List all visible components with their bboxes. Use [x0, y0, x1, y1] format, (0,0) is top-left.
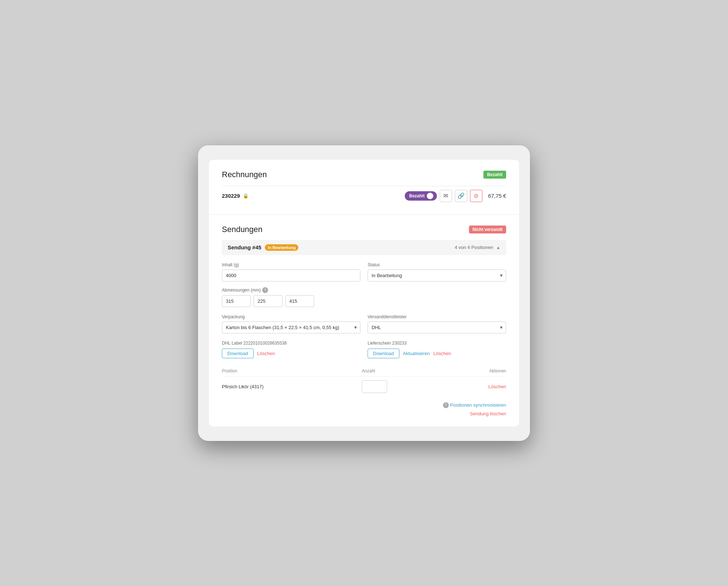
- form-grid-top: Inhalt (g) Abmessungen (mm) ?: [222, 262, 506, 307]
- anzahl-cell: ▲ ▼: [362, 376, 447, 397]
- lieferschein-actions: Download Aktualisieren Löschen: [368, 349, 506, 358]
- sendungen-title: Sendungen: [222, 225, 263, 234]
- block-button[interactable]: ⊘: [470, 190, 482, 202]
- toggle-label: Bezahlt: [409, 193, 425, 198]
- chevron-up-icon[interactable]: ▲: [496, 245, 500, 250]
- link-icon: 🔗: [457, 192, 465, 199]
- toggle-circle: [427, 193, 433, 199]
- verpackung-label: Verpackung: [222, 314, 360, 319]
- versand-select[interactable]: DHL DPD Hermes: [368, 322, 506, 333]
- inhalt-group: Inhalt (g): [222, 262, 360, 281]
- invoice-number: 230229: [222, 193, 240, 199]
- aktionen-col-header: Aktionen: [447, 366, 506, 377]
- position-col-header: Position: [222, 366, 362, 377]
- quantity-spinner[interactable]: ▲ ▼: [362, 380, 387, 393]
- status-group: Status In Bearbeitung Versendet Stornier…: [368, 262, 506, 307]
- lieferschein-download-button[interactable]: Download: [368, 349, 399, 358]
- dhl-actions: Download Löschen: [222, 349, 360, 358]
- abmessungen-label: Abmessungen (mm): [222, 288, 261, 293]
- sendung-positionen: 4 von 4 Positionen ▲: [455, 245, 500, 250]
- versand-group: Versanddienstleister DHL DPD Hermes: [368, 314, 506, 333]
- status-label: Status: [368, 262, 506, 267]
- positionen-text: 4 von 4 Positionen: [455, 245, 493, 250]
- block-icon: ⊘: [474, 192, 478, 199]
- sync-label: Positionen synchronisieren: [450, 402, 506, 408]
- sendung-loeschen-link[interactable]: Sendung löschen: [470, 411, 506, 416]
- inhalt-input[interactable]: [222, 270, 360, 281]
- page-content: Rechnungen Bezahlt 230229 🔒 Bezahlt ✉: [209, 160, 519, 427]
- lieferschein-title: Lieferschein 230233: [368, 341, 506, 346]
- dhl-label-title: DHL Label 222201010028635538: [222, 341, 360, 346]
- rechnungen-title: Rechnungen: [222, 170, 267, 179]
- form-grid-mid: Verpackung Karton bis 6 Flaschen (31,5 ×…: [222, 314, 506, 333]
- quantity-input[interactable]: [362, 382, 387, 391]
- link-button[interactable]: 🔗: [455, 190, 467, 202]
- bottom-actions: ? Positionen synchronisieren Sendung lös…: [222, 402, 506, 416]
- verpackung-select[interactable]: Karton bis 6 Flaschen (31,5 × 22,5 × 41,…: [222, 322, 360, 333]
- abmessungen-group: Abmessungen (mm) ?: [222, 287, 360, 307]
- position-loeschen-button[interactable]: Löschen: [488, 384, 506, 389]
- position-table: Position Anzahl Aktionen Pfirsich Likör …: [222, 366, 506, 397]
- lieferschein-group: Lieferschein 230233 Download Aktualisier…: [368, 341, 506, 358]
- rechnungen-section: Rechnungen Bezahlt 230229 🔒 Bezahlt ✉: [209, 160, 519, 215]
- status-select-wrapper: In Bearbeitung Versendet Storniert: [368, 270, 506, 281]
- lieferschein-aktualisieren-button[interactable]: Aktualisieren: [403, 351, 430, 356]
- abmessungen-inputs: [222, 295, 360, 307]
- status-select[interactable]: In Bearbeitung Versendet Storniert: [368, 270, 506, 281]
- dhl-label-group: DHL Label 222201010028635538 Download Lö…: [222, 341, 360, 358]
- abmessungen-help-icon[interactable]: ?: [262, 287, 268, 293]
- sendungen-section: Sendungen Nicht versandt Sendung #45 In …: [209, 215, 519, 427]
- anzahl-col-header: Anzahl: [362, 366, 447, 377]
- dim1-input[interactable]: [222, 295, 251, 307]
- sendungen-status-badge: Nicht versandt: [469, 226, 506, 233]
- sendung-header-bar: Sendung #45 In Bearbeitung 4 von 4 Posit…: [222, 240, 506, 255]
- versand-label: Versanddienstleister: [368, 314, 506, 319]
- lieferschein-loeschen-button[interactable]: Löschen: [433, 351, 451, 356]
- dim2-input[interactable]: [254, 295, 282, 307]
- dhl-download-button[interactable]: Download: [222, 349, 254, 358]
- email-button[interactable]: ✉: [440, 190, 452, 202]
- sendung-title-group: Sendung #45 In Bearbeitung: [228, 244, 298, 251]
- left-form-group: Inhalt (g) Abmessungen (mm) ?: [222, 262, 360, 307]
- sendung-title: Sendung #45: [228, 244, 261, 250]
- sync-link[interactable]: ? Positionen synchronisieren: [443, 402, 506, 408]
- sync-help-icon: ?: [443, 402, 449, 408]
- inhalt-label: Inhalt (g): [222, 262, 360, 267]
- dhl-loeschen-button[interactable]: Löschen: [257, 351, 275, 356]
- rechnungen-status-badge: Bezahlt: [483, 171, 506, 179]
- invoice-row: 230229 🔒 Bezahlt ✉ 🔗 ⊘: [222, 186, 506, 206]
- invoice-id: 230229 🔒: [222, 193, 249, 199]
- device-frame: Rechnungen Bezahlt 230229 🔒 Bezahlt ✉: [198, 145, 530, 441]
- versand-select-wrapper: DHL DPD Hermes: [368, 322, 506, 333]
- lock-icon: 🔒: [243, 193, 249, 198]
- dim3-input[interactable]: [285, 295, 314, 307]
- verpackung-select-wrapper: Karton bis 6 Flaschen (31,5 × 22,5 × 41,…: [222, 322, 360, 333]
- verpackung-group: Verpackung Karton bis 6 Flaschen (31,5 ×…: [222, 314, 360, 333]
- in-bearbeitung-badge: In Bearbeitung: [265, 244, 298, 251]
- invoice-amount: 67,75 €: [488, 193, 506, 199]
- email-icon: ✉: [443, 192, 448, 199]
- position-name: Pfirsich Likör (4317): [222, 376, 362, 397]
- aktionen-cell: Löschen: [447, 376, 506, 397]
- bezahlt-toggle[interactable]: Bezahlt: [405, 191, 437, 201]
- dhl-section: DHL Label 222201010028635538 Download Lö…: [222, 341, 506, 358]
- table-row: Pfirsich Likör (4317) ▲ ▼ Lösc: [222, 376, 506, 397]
- invoice-actions: Bezahlt ✉ 🔗 ⊘ 67,75 €: [405, 190, 506, 202]
